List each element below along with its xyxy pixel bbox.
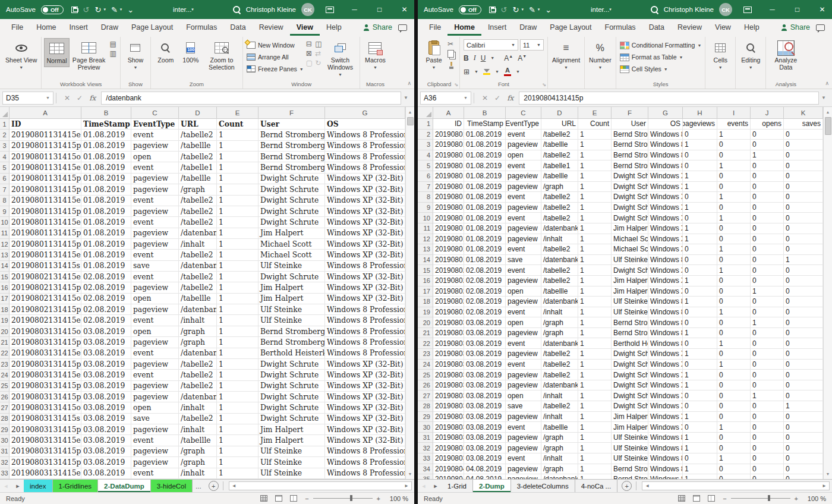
cell[interactable]: 03.08.2019 [81, 392, 131, 402]
cell[interactable]: Windows XP (32-Bit) [648, 265, 683, 276]
cell[interactable]: 20190803131415p [433, 412, 464, 423]
maximize-button[interactable]: □ [370, 0, 389, 19]
row-header-11[interactable]: 11 [418, 223, 433, 234]
row-header-26[interactable]: 26 [0, 392, 10, 402]
cell[interactable]: Dwight Schrute [612, 370, 648, 380]
horizontal-scrollbar[interactable]: ◄► [229, 481, 412, 490]
field-header-cell[interactable]: TimeStamp [81, 119, 131, 130]
custom-views-icon[interactable]: ▥ [110, 50, 116, 57]
ribbon-tab-view[interactable]: View [290, 19, 320, 36]
row-header-7[interactable]: 7 [418, 182, 433, 193]
cell[interactable]: 0 [683, 453, 717, 464]
field-header-cell[interactable]: EventType [506, 119, 541, 130]
conditional-formatting-button[interactable]: Conditional Formatting▼ [620, 39, 702, 51]
cell[interactable]: 03.08.2019 [464, 422, 506, 433]
row-header-33[interactable]: 33 [418, 453, 433, 464]
normal-view-icon[interactable] [260, 495, 267, 502]
page-break-preview-button[interactable]: Page Break Preview [70, 38, 109, 73]
cell[interactable]: 0 [683, 265, 717, 276]
cell[interactable]: 1 [751, 286, 784, 297]
pen-caret-icon[interactable]: ▾ [538, 7, 540, 12]
cell[interactable]: Windows XP (32-Bit) [325, 435, 405, 446]
cell[interactable]: /tabelle2 [179, 359, 217, 370]
field-header-cell[interactable]: Count [217, 119, 259, 130]
cell[interactable]: Windows 8 Professional [325, 326, 405, 337]
cell[interactable]: 20190803131415p [10, 337, 81, 348]
ink-pen-icon[interactable]: ✎ [111, 6, 118, 14]
cell[interactable]: 1 [683, 297, 717, 307]
cell[interactable]: Berthold Heisterkamp [259, 348, 325, 359]
cell[interactable]: 01.08.2019 [81, 152, 131, 162]
insert-function-icon[interactable]: fx [507, 94, 513, 102]
cell[interactable]: /graph [179, 446, 217, 457]
cell[interactable]: 04.08.2019 [464, 474, 506, 479]
cell[interactable]: pageview [506, 380, 541, 391]
cell[interactable]: event [131, 162, 179, 173]
cell[interactable]: /datenbank [541, 297, 578, 307]
row-header-35[interactable]: 35 [418, 474, 433, 479]
row-header-19[interactable]: 19 [418, 307, 433, 318]
cell[interactable]: 01.08.2019 [464, 244, 506, 255]
cell[interactable]: 0 [751, 265, 784, 276]
search-icon[interactable] [651, 6, 658, 14]
cell[interactable]: 20190801131415p [433, 140, 464, 150]
cell[interactable]: 01.08.2019 [81, 174, 131, 184]
row-header-23[interactable]: 23 [418, 349, 433, 360]
cell[interactable]: 1 [578, 213, 612, 223]
ribbon-tab-page-layout[interactable]: Page Layout [125, 19, 179, 36]
cell[interactable]: 03.08.2019 [464, 349, 506, 360]
cell[interactable]: Windows XP (32-Bit) [325, 239, 405, 250]
field-header-cell[interactable]: URL [541, 119, 578, 130]
cell[interactable]: Windows XP (32-Bit) [325, 272, 405, 282]
cell[interactable]: event [506, 360, 541, 370]
minimize-button[interactable]: ─ [345, 0, 364, 19]
cell[interactable]: Windows 8 Professional [648, 160, 683, 171]
cell[interactable]: 1 [784, 401, 823, 412]
cell[interactable]: 1 [217, 184, 259, 195]
cell[interactable]: save [131, 261, 179, 272]
cell[interactable]: /tabelle1 [541, 160, 578, 171]
cell[interactable]: 1 [751, 317, 784, 328]
cell[interactable]: 1 [717, 360, 751, 370]
confirm-entry-icon[interactable]: ✓ [494, 94, 500, 102]
cell[interactable]: 0 [784, 307, 823, 318]
cell[interactable]: 01.08.2019 [81, 184, 131, 195]
cell[interactable]: 20190801131415p [433, 223, 464, 234]
underline-button[interactable]: U [481, 54, 486, 62]
cell[interactable]: 1 [217, 217, 259, 228]
arrange-all-button[interactable]: Arrange All [247, 51, 304, 63]
cell[interactable]: Ulf Steinke [612, 453, 648, 464]
cell[interactable]: 1 [683, 349, 717, 360]
cell[interactable]: 0 [784, 182, 823, 193]
cell[interactable]: 1 [578, 443, 612, 453]
cell[interactable]: event [506, 213, 541, 223]
cell[interactable]: /tabelle2 [179, 370, 217, 380]
cell[interactable]: 03.08.2019 [81, 359, 131, 370]
row-header-27[interactable]: 27 [418, 390, 433, 401]
cell[interactable]: 03.08.2019 [81, 402, 131, 413]
cell[interactable]: 20190803131415p [10, 446, 81, 457]
cell[interactable]: 1 [683, 276, 717, 286]
cancel-entry-icon[interactable]: ✕ [482, 94, 488, 102]
row-header-34[interactable]: 34 [418, 464, 433, 475]
cell[interactable]: /tabelle2 [179, 381, 217, 392]
cell[interactable]: pageview [506, 412, 541, 423]
freeze-panes-button[interactable]: Freeze Panes▼ [247, 63, 304, 75]
cell[interactable]: 20190801131415e [10, 162, 81, 173]
cell[interactable]: /datenbank [541, 380, 578, 391]
cell[interactable]: 1 [578, 182, 612, 193]
cell[interactable]: 1 [683, 370, 717, 380]
row-header-24[interactable]: 24 [0, 370, 10, 380]
cell[interactable]: /datenbank [179, 261, 217, 272]
cell[interactable]: /inhalt [179, 402, 217, 413]
cell[interactable]: 03.08.2019 [81, 370, 131, 380]
cell[interactable]: Windows XP (32-Bit) [325, 206, 405, 217]
column-header-K[interactable]: K [784, 107, 823, 119]
row-header-11[interactable]: 11 [0, 228, 10, 239]
cell[interactable]: Windows 8 Professional [648, 150, 683, 161]
cell[interactable]: 0 [683, 192, 717, 203]
cell[interactable]: 0 [751, 244, 784, 255]
cell[interactable]: 01.08.2019 [464, 182, 506, 193]
hscroll-right-icon[interactable]: ► [822, 483, 827, 489]
avatar[interactable]: CK [719, 3, 732, 16]
